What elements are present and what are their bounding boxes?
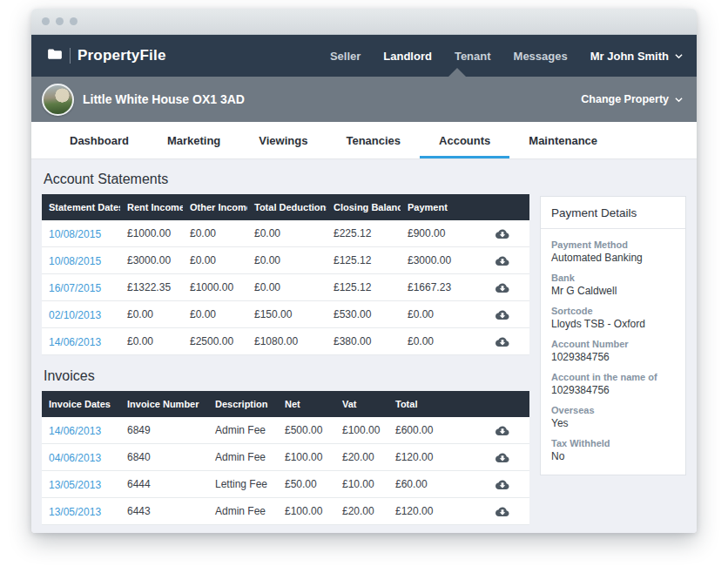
change-property-button[interactable]: Change Property <box>581 93 683 105</box>
invoice-date-link[interactable]: 13/05/2013 <box>49 506 101 518</box>
top-nav: Seller Landlord Tenant Messages Mr John … <box>330 50 683 63</box>
active-nav-pointer <box>448 68 467 77</box>
page: PropertyFile Seller Landlord Tenant Mess… <box>0 0 728 566</box>
download-statement-button[interactable] <box>494 307 510 322</box>
col-other-income: Other Income <box>183 202 247 212</box>
net-value: £500.00 <box>278 424 335 436</box>
total-value: £60.00 <box>388 478 452 490</box>
invoice-number-value: 6840 <box>120 451 208 463</box>
col-closing-balance: Closing Balance <box>327 202 401 212</box>
payment-details-panel: Payment Details Payment Method Automated… <box>540 196 686 475</box>
field-value: 1029384756 <box>551 384 675 396</box>
invoice-date-link[interactable]: 14/06/2013 <box>49 425 101 437</box>
other-income-value: £1000.00 <box>183 281 247 293</box>
invoice-number-value: 6849 <box>120 424 208 436</box>
statement-row: 10/08/2015 £3000.00 £0.00 £0.00 £125.12 … <box>42 247 529 274</box>
invoice-date-link[interactable]: 04/06/2013 <box>49 452 101 464</box>
field-value: Lloyds TSB - Oxford <box>551 318 675 330</box>
col-invoice-dates: Invoice Dates <box>42 399 120 409</box>
account-statements-table: Statement Dates Rent Income Other Income… <box>42 194 529 355</box>
logo-divider <box>70 48 71 64</box>
download-statement-button[interactable] <box>494 226 510 241</box>
nav-item-tenant[interactable]: Tenant <box>455 50 491 63</box>
tab-dashboard[interactable]: Dashboard <box>51 122 148 158</box>
content-area: Account Statements Statement Dates Rent … <box>31 159 697 533</box>
window-control-dot[interactable] <box>42 17 50 25</box>
field-value: 1029384756 <box>551 351 675 363</box>
col-net: Net <box>278 399 335 409</box>
statement-date-link[interactable]: 14/06/2013 <box>49 336 101 348</box>
payment-value: £3000.00 <box>401 254 460 266</box>
total-value: £120.00 <box>388 505 452 517</box>
chevron-down-icon <box>675 52 683 60</box>
payment-field: Sortcode Lloyds TSB - Oxford <box>551 306 675 330</box>
rent-income-value: £1000.00 <box>120 227 183 239</box>
closing-balance-value: £125.12 <box>327 254 401 266</box>
tab-maintenance[interactable]: Maintenance <box>509 122 617 158</box>
statement-date-link[interactable]: 16/07/2015 <box>49 282 101 294</box>
nav-item-seller[interactable]: Seller <box>330 50 361 63</box>
payment-value: £0.00 <box>401 308 460 320</box>
nav-item-messages[interactable]: Messages <box>514 50 568 63</box>
invoice-row: 14/06/2013 6849 Admin Fee £500.00 £100.0… <box>42 417 529 444</box>
field-value: No <box>551 450 675 462</box>
col-vat: Vat <box>335 399 388 409</box>
statement-row: 10/08/2015 £1000.00 £0.00 £0.00 £225.12 … <box>42 220 529 247</box>
download-statement-button[interactable] <box>494 334 510 349</box>
nav-item-landlord[interactable]: Landlord <box>383 50 432 63</box>
field-label: Account Number <box>551 339 675 349</box>
folder-icon <box>47 48 63 64</box>
col-invoice-number: Invoice Number <box>120 399 208 409</box>
field-label: Account in the name of <box>551 372 675 382</box>
statement-date-link[interactable]: 02/10/2013 <box>49 309 101 321</box>
statement-date-link[interactable]: 10/08/2015 <box>49 255 101 267</box>
tab-viewings[interactable]: Viewings <box>239 122 327 158</box>
brand-name: PropertyFile <box>78 47 166 64</box>
col-total-deductions: Total Deductions <box>247 202 327 212</box>
description-value: Admin Fee <box>208 505 278 517</box>
main-column: Account Statements Statement Dates Rent … <box>42 172 529 533</box>
statement-date-link[interactable]: 10/08/2015 <box>49 228 101 240</box>
col-total: Total <box>388 399 452 409</box>
rent-income-value: £0.00 <box>120 335 183 347</box>
payment-field: Bank Mr G Caldwell <box>551 273 675 297</box>
closing-balance-value: £380.00 <box>327 335 401 347</box>
download-invoice-button[interactable] <box>494 504 510 519</box>
download-statement-button[interactable] <box>494 253 510 268</box>
field-label: Tax Withheld <box>551 438 675 448</box>
download-invoice-button[interactable] <box>494 423 510 438</box>
section-tabs: Dashboard Marketing Viewings Tenancies A… <box>31 122 697 159</box>
app-window: PropertyFile Seller Landlord Tenant Mess… <box>31 9 697 533</box>
property-thumbnail[interactable] <box>42 84 74 116</box>
download-invoice-button[interactable] <box>494 477 510 492</box>
other-income-value: £0.00 <box>183 227 247 239</box>
invoice-row: 13/05/2013 6443 Admin Fee £100.00 £20.00… <box>42 498 529 525</box>
payment-field: Tax Withheld No <box>551 438 675 462</box>
vat-value: £20.00 <box>335 505 388 517</box>
window-control-dot[interactable] <box>56 17 64 25</box>
payment-field: Account Number 1029384756 <box>551 339 675 363</box>
net-value: £50.00 <box>278 478 335 490</box>
invoices-heading: Invoices <box>44 368 529 384</box>
window-control-dot[interactable] <box>70 17 78 25</box>
tab-marketing[interactable]: Marketing <box>148 122 239 158</box>
total-deductions-value: £150.00 <box>247 308 327 320</box>
user-menu[interactable]: Mr John Smith <box>590 50 683 63</box>
invoice-date-link[interactable]: 13/05/2013 <box>49 479 101 491</box>
total-deductions-value: £0.00 <box>247 227 327 239</box>
download-statement-button[interactable] <box>494 280 510 295</box>
closing-balance-value: £125.12 <box>327 281 401 293</box>
tab-tenancies[interactable]: Tenancies <box>327 122 420 158</box>
tab-accounts[interactable]: Accounts <box>420 122 509 158</box>
payment-value: £0.00 <box>401 335 460 347</box>
brand-logo[interactable]: PropertyFile <box>47 47 166 64</box>
col-payment: Payment <box>401 202 460 212</box>
payment-field: Overseas Yes <box>551 405 675 429</box>
payment-value: £1667.23 <box>401 281 460 293</box>
field-label: Sortcode <box>551 306 675 316</box>
property-bar: Little White House OX1 3AD Change Proper… <box>31 77 697 122</box>
statement-row: 16/07/2015 £1322.35 £1000.00 £0.00 £125.… <box>42 274 529 301</box>
vat-value: £100.00 <box>335 424 388 436</box>
payment-field: Account in the name of 1029384756 <box>551 372 675 396</box>
download-invoice-button[interactable] <box>494 450 510 465</box>
